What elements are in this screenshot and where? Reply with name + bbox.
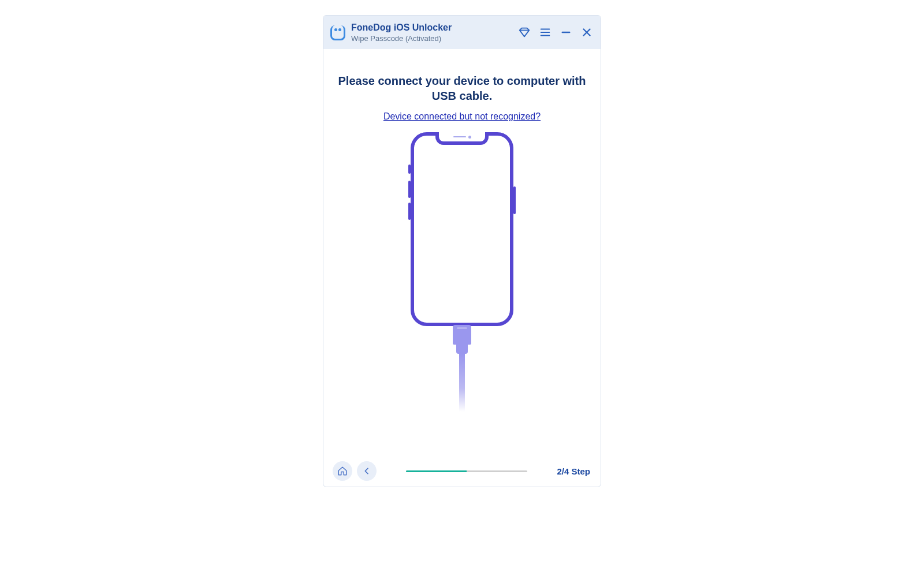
phone-volume-up-icon	[408, 181, 411, 198]
usb-cable-icon	[459, 354, 465, 412]
phone-mute-switch-icon	[408, 165, 411, 174]
phone-volume-down-icon	[408, 203, 411, 220]
minimize-button[interactable]	[559, 25, 573, 39]
app-subtitle: Wipe Passcode (Activated)	[351, 34, 517, 43]
progress-bar	[406, 470, 527, 472]
diamond-icon[interactable]	[517, 25, 531, 39]
usb-plug-icon	[453, 325, 471, 345]
progress-fill	[406, 470, 467, 472]
app-title: FoneDog iOS Unlocker	[351, 23, 517, 33]
app-window: FoneDog iOS Unlocker Wipe Passcode (Acti…	[323, 15, 601, 487]
app-logo-icon	[330, 25, 345, 40]
phone-illustration	[411, 132, 513, 412]
back-button[interactable]	[357, 461, 377, 481]
home-button[interactable]	[333, 461, 352, 481]
instruction-text: Please connect your device to computer w…	[335, 73, 589, 103]
titlebar-text: FoneDog iOS Unlocker Wipe Passcode (Acti…	[351, 23, 517, 43]
usb-neck-icon	[456, 345, 468, 354]
close-button[interactable]	[580, 25, 594, 39]
progress-container	[381, 470, 552, 472]
footer: 2/4 Step	[323, 455, 601, 487]
phone-power-button-icon	[513, 186, 516, 214]
phone-notch-icon	[435, 132, 489, 145]
window-controls	[517, 25, 594, 39]
menu-icon[interactable]	[538, 25, 552, 39]
not-recognized-link[interactable]: Device connected but not recognized?	[383, 111, 541, 122]
main-content: Please connect your device to computer w…	[323, 49, 601, 455]
step-label: 2/4 Step	[557, 466, 591, 476]
phone-outline-icon	[411, 132, 513, 326]
titlebar: FoneDog iOS Unlocker Wipe Passcode (Acti…	[323, 16, 601, 49]
